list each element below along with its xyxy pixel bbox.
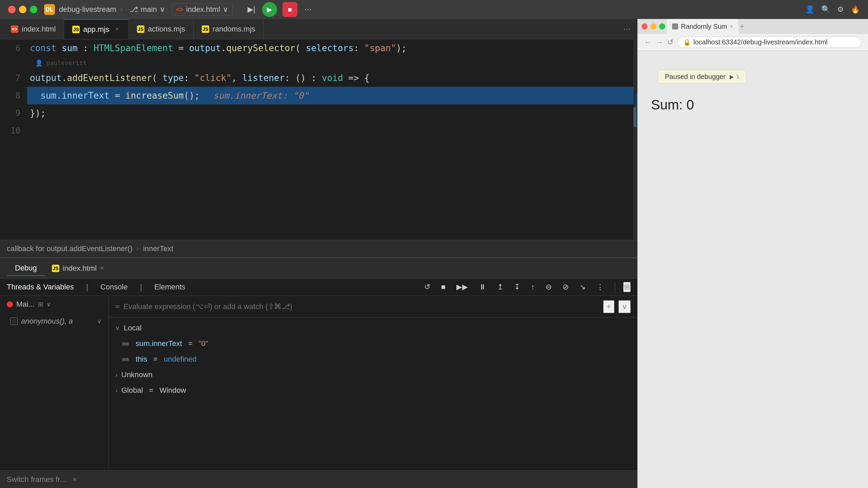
browser-tab-bar: Randomly Sum × + bbox=[637, 19, 868, 34]
step-over-toolbar-button[interactable]: ↑ bbox=[528, 281, 537, 293]
type-void: void bbox=[322, 69, 343, 87]
debug-controls: ▶| ▶ ■ ⋯ bbox=[246, 2, 313, 17]
punct-dot2: . bbox=[62, 69, 67, 87]
thread-filter-icon: ⊞ bbox=[38, 301, 43, 308]
punct-close: ); bbox=[396, 39, 407, 57]
add-watch-button[interactable]: + bbox=[603, 300, 614, 313]
debug-tabs: Debug JS index.html × bbox=[0, 258, 637, 279]
switch-frames-close[interactable]: × bbox=[73, 475, 77, 483]
titlebar: DL debug-livestream › ⎇ main ∨ <> index.… bbox=[0, 0, 868, 19]
debug-tab-console[interactable]: Console bbox=[100, 283, 128, 291]
lock-icon: 🔒 bbox=[683, 39, 691, 46]
step-into-button[interactable]: ↥ bbox=[494, 281, 506, 293]
file-title-label: index.html bbox=[186, 5, 220, 14]
editor-scrollbar[interactable] bbox=[633, 39, 637, 240]
tab-randoms-mjs-label: randoms.mjs bbox=[213, 25, 255, 34]
thread-main[interactable]: Mai... ⊞ ∨ bbox=[0, 296, 108, 313]
pause-button[interactable]: ⏸ bbox=[476, 281, 489, 293]
debug-tab-close-button[interactable]: × bbox=[100, 265, 104, 272]
debug-tab-threads[interactable]: Threads & Variables bbox=[7, 283, 74, 291]
breakpoints-button[interactable]: ⊖ bbox=[543, 281, 554, 293]
tab-app-mjs[interactable]: JS app.mjs × bbox=[64, 19, 129, 39]
traffic-light-minimize[interactable] bbox=[19, 6, 26, 13]
flame-button[interactable]: 🔥 bbox=[851, 5, 860, 14]
line-num-10: 10 bbox=[0, 122, 20, 140]
str-click: "click" bbox=[194, 69, 232, 87]
step-out-button[interactable]: ↧ bbox=[511, 281, 523, 293]
browser-new-tab-button[interactable]: + bbox=[740, 22, 744, 31]
unknown-section-label: Unknown bbox=[121, 370, 153, 379]
breadcrumb-sep: › bbox=[137, 244, 139, 253]
paused-banner: Paused in debugger ▶ ⤵ bbox=[658, 70, 746, 84]
browser-tab-randomly-sum[interactable]: Randomly Sum × bbox=[667, 19, 738, 34]
restart-frame-button[interactable]: ↺ bbox=[421, 281, 433, 293]
tab-randoms-mjs[interactable]: JS randoms.mjs bbox=[194, 19, 264, 39]
scrollbar-highlight bbox=[636, 94, 637, 127]
punct-dot1: . bbox=[221, 39, 226, 57]
tab-index-html[interactable]: <> index.html bbox=[3, 19, 64, 39]
file-tabs: <> index.html JS app.mjs × JS actions.mj… bbox=[0, 19, 637, 39]
mute-breakpoints-button[interactable]: ⊘ bbox=[560, 281, 571, 293]
param-listener: listener bbox=[242, 69, 284, 87]
browser-url-bar[interactable]: 🔒 localhost:63342/debug-livestream/index… bbox=[677, 37, 861, 48]
user-button[interactable]: 👤 bbox=[805, 5, 814, 14]
browser-tab-close-button[interactable]: × bbox=[730, 23, 733, 29]
stop-debug-button[interactable]: ■ bbox=[438, 281, 448, 293]
debug-tab-elements[interactable]: Elements bbox=[154, 283, 185, 291]
var-key-sum: sum.innerText bbox=[136, 339, 182, 348]
more-debug-button[interactable]: ⋮ bbox=[594, 281, 607, 293]
settings-button[interactable]: ⚙ bbox=[837, 5, 844, 14]
paused-step-button[interactable]: ⤵ bbox=[736, 74, 739, 80]
browser-close-button[interactable] bbox=[642, 23, 648, 29]
traffic-light-close[interactable] bbox=[8, 6, 16, 13]
expr-dropdown-button[interactable]: ∨ bbox=[618, 300, 631, 313]
step-over-button[interactable]: ▶| bbox=[246, 4, 257, 15]
traffic-lights bbox=[8, 6, 37, 13]
branch-section[interactable]: ⎇ main ∨ bbox=[130, 5, 165, 14]
thread-dot-icon bbox=[7, 301, 13, 307]
line-num-9: 9 bbox=[0, 104, 20, 122]
browser-forward-button[interactable]: → bbox=[656, 38, 663, 47]
paused-resume-button[interactable]: ▶ bbox=[730, 74, 734, 80]
search-button[interactable]: 🔍 bbox=[821, 5, 830, 14]
deactivate-button[interactable]: ↘ bbox=[577, 281, 588, 293]
resume-button[interactable]: ▶▶ bbox=[454, 281, 471, 293]
unknown-section-header[interactable]: › Unknown bbox=[108, 367, 637, 383]
file-title-tab[interactable]: <> index.html ∨ bbox=[172, 3, 233, 16]
html-icon-small: <> bbox=[176, 6, 183, 13]
browser-back-button[interactable]: ← bbox=[644, 38, 652, 47]
browser-maximize-button[interactable] bbox=[659, 23, 665, 29]
breadcrumb-left: callback for output.addEventListener() bbox=[7, 244, 133, 253]
debug-tab-debug[interactable]: Debug bbox=[7, 261, 45, 276]
code-lines: const sum : HTMLSpanElement = output . q… bbox=[27, 39, 633, 240]
traffic-light-maximize[interactable] bbox=[30, 6, 37, 13]
more-options-button[interactable]: ⋯ bbox=[303, 4, 313, 15]
debug-tab-index[interactable]: JS index.html × bbox=[45, 261, 111, 276]
indent bbox=[30, 87, 40, 104]
browser-reload-button[interactable]: ↺ bbox=[667, 38, 673, 47]
stop-button[interactable]: ■ bbox=[282, 2, 297, 17]
threads-list: Mai... ⊞ ∨ □ anonymous(), a ∨ bbox=[0, 296, 108, 470]
tab-actions-mjs[interactable]: JS actions.mjs bbox=[129, 19, 194, 39]
var-item-sum-innertext: ⊞⊞ sum.innerText = "0" bbox=[108, 336, 637, 351]
toolbar-sep1: | bbox=[86, 282, 88, 292]
expression-input[interactable] bbox=[123, 302, 599, 311]
browser-traffic-lights bbox=[642, 23, 665, 29]
var-output2: output bbox=[30, 69, 62, 87]
tab-app-mjs-close[interactable]: × bbox=[114, 25, 120, 34]
var-val-sum: "0" bbox=[199, 339, 208, 348]
code-line-9: }); bbox=[27, 104, 633, 122]
inline-value: sum.innerText: "0" bbox=[213, 87, 309, 104]
continue-button[interactable]: ▶ bbox=[262, 2, 277, 17]
file-tabs-more[interactable]: ⋯ bbox=[616, 22, 637, 36]
global-section-header[interactable]: › Global = Window bbox=[108, 383, 637, 398]
thread-anonymous[interactable]: □ anonymous(), a ∨ bbox=[0, 313, 108, 330]
local-section-header[interactable]: ∨ Local bbox=[108, 320, 637, 336]
layout-button[interactable]: ⊞ bbox=[623, 282, 631, 292]
project-name[interactable]: debug-livestream bbox=[59, 5, 116, 14]
browser-minimize-button[interactable] bbox=[650, 23, 656, 29]
punct-closebrace: }); bbox=[30, 104, 46, 122]
line-num-6: 6 bbox=[0, 39, 20, 57]
debug-tab-js-icon: JS bbox=[52, 265, 59, 272]
punct-colon2: : bbox=[184, 69, 194, 87]
